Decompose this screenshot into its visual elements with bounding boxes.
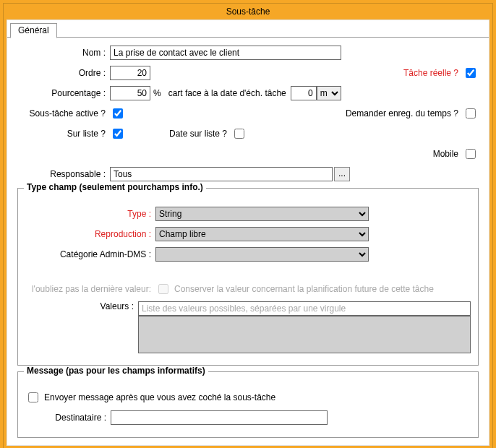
oubliez-label: l'oubliez pas la dernière valeur: [25, 284, 155, 294]
reproduction-label: Reproduction : [25, 229, 155, 239]
categorie-select[interactable] [155, 247, 369, 262]
envoyer-label: Envoyer message après que vous avez coch… [41, 392, 275, 402]
nom-label: Nom : [17, 48, 110, 58]
typechamp-fieldset: Type champ (seulement pourchamps info.) … [17, 188, 479, 366]
ordre-input[interactable] [110, 66, 150, 80]
tache-reelle-label: Tâche réelle ? [403, 68, 463, 78]
destinataire-label: Destinataire : [25, 413, 111, 423]
sur-liste-checkbox[interactable] [113, 129, 123, 139]
valeurs-textarea[interactable] [138, 316, 471, 353]
cart-label: cart face à la date d'éch. tâche [164, 88, 291, 98]
tache-reelle-checkbox[interactable] [466, 68, 476, 78]
envoyer-checkbox[interactable] [28, 392, 38, 402]
type-select[interactable]: String [155, 207, 369, 221]
demander-enreg-checkbox[interactable] [466, 108, 476, 119]
categorie-label: Catégorie Admin-DMS : [25, 249, 155, 259]
content-area: Général Nom : Ordre : Tâche réelle ? Pou… [7, 20, 489, 446]
mobile-checkbox[interactable] [466, 149, 476, 159]
cart-input[interactable] [291, 86, 317, 100]
mobile-label: Mobile [433, 149, 463, 159]
nom-input[interactable] [110, 46, 341, 60]
tab-bar: Général [7, 20, 489, 38]
message-legend: Message (pas pour les champs informatifs… [24, 366, 208, 376]
pourcentage-label: Pourcentage : [17, 88, 110, 98]
demander-enreg-label: Demander enreg. du temps ? [346, 108, 463, 119]
pourcentage-input[interactable] [110, 86, 150, 100]
destinataire-input[interactable] [111, 410, 328, 425]
reproduction-select[interactable]: Champ libre [155, 227, 369, 241]
responsable-input[interactable] [110, 167, 333, 181]
date-sur-liste-checkbox[interactable] [234, 129, 244, 139]
message-fieldset: Message (pas pour les champs informatifs… [17, 371, 479, 438]
dialog-window: Sous-tâche Général Nom : Ordre : Tâche r… [3, 3, 493, 448]
cart-unit-select[interactable]: m [317, 86, 341, 100]
type-label: Type : [25, 209, 155, 219]
sur-liste-label: Sur liste ? [17, 129, 110, 139]
responsable-browse-button[interactable]: ... [334, 167, 350, 181]
pourcentage-unit: % [150, 88, 164, 98]
date-sur-liste-label: Date sur liste ? [169, 129, 231, 139]
ordre-label: Ordre : [17, 68, 110, 78]
typechamp-legend: Type champ (seulement pourchamps info.) [24, 182, 206, 192]
oubliez-hint: Conserver la valeur concernant la planif… [171, 284, 434, 294]
valeurs-hint [138, 301, 471, 316]
window-title: Sous-tâche [4, 4, 492, 20]
oubliez-checkbox [158, 284, 168, 294]
soustache-active-label: Sous-tâche active ? [17, 108, 110, 119]
valeurs-label: Valeurs : [25, 301, 138, 311]
responsable-label: Responsable : [17, 169, 110, 179]
tab-general[interactable]: Général [10, 23, 57, 38]
soustache-active-checkbox[interactable] [113, 108, 123, 119]
